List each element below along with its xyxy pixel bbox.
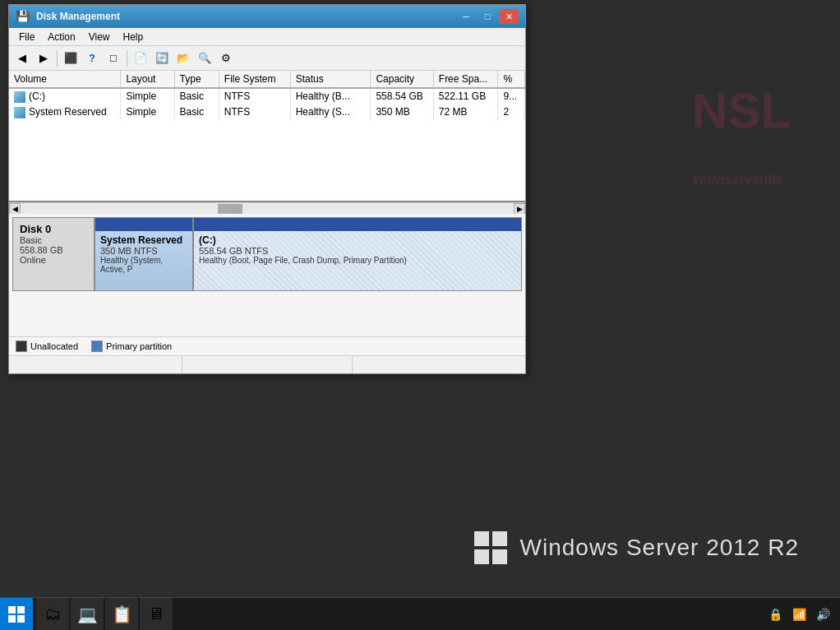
row2-capacity: 350 MB: [371, 104, 433, 120]
legend-unallocated: Unallocated: [16, 340, 78, 352]
windows-logo: [474, 531, 507, 564]
toolbar-up[interactable]: ⬛: [61, 49, 81, 68]
minimize-button[interactable]: ─: [456, 9, 476, 24]
legend: Unallocated Primary partition: [9, 336, 525, 355]
disk-info-0: Disk 0 Basic 558.88 GB Online: [12, 217, 95, 291]
svg-rect-5: [17, 606, 25, 614]
table-row[interactable]: (C:) Simple Basic NTFS Healthy (B... 558…: [9, 88, 525, 104]
svg-rect-2: [474, 549, 489, 564]
taskbar-powershell[interactable]: 📋: [105, 598, 138, 631]
row1-layout: Simple: [121, 88, 174, 104]
tray-icon-1[interactable]: 🔒: [765, 605, 786, 624]
title-bar-buttons: ─ □ ✕: [456, 9, 519, 24]
legend-primary: Primary partition: [91, 340, 172, 352]
disk-partitions-0: System Reserved 350 MB NTFS Healthy (Sys…: [95, 217, 522, 291]
table-row[interactable]: System Reserved Simple Basic NTFS Health…: [9, 104, 525, 120]
toolbar: ◀ ▶ ⬛ ? □ 📄 🔄 📂 🔍 ⚙: [9, 46, 525, 71]
taskbar: 🗂 💻 📋 🖥 🔒 📶 🔊: [0, 597, 840, 630]
row1-filesystem: NTFS: [219, 88, 290, 104]
disk-row-0: Disk 0 Basic 558.88 GB Online System Res…: [12, 217, 522, 291]
legend-unalloc-label: Unallocated: [30, 341, 78, 351]
row2-filesystem: NTFS: [219, 104, 290, 120]
legend-unalloc-box: [16, 340, 27, 352]
volume-table: Volume Layout Type File System Status Ca…: [9, 71, 525, 120]
taskbar-server-manager[interactable]: 🖥: [140, 598, 173, 631]
row2-type: Basic: [174, 104, 219, 120]
status-cell-1: [12, 356, 182, 373]
partition-c-drive[interactable]: (C:) 558.54 GB NTFS Healthy (Boot, Page …: [194, 218, 521, 290]
toolbar-refresh[interactable]: 🔄: [152, 49, 172, 68]
toolbar-new[interactable]: 📄: [131, 49, 150, 68]
title-bar-text: Disk Management: [36, 11, 456, 22]
toolbar-open[interactable]: 📂: [173, 49, 193, 68]
taskbar-items: 🗂 💻 📋 🖥: [33, 598, 759, 631]
windows-branding: Windows Server 2012 R2: [474, 531, 799, 564]
col-capacity[interactable]: Capacity: [371, 71, 433, 88]
volume-list: Volume Layout Type File System Status Ca…: [9, 71, 525, 202]
partition-main-label: (C:): [199, 234, 516, 246]
toolbar-sep-1: [57, 50, 58, 67]
title-bar: 💾 Disk Management ─ □ ✕: [9, 5, 525, 28]
toolbar-back[interactable]: ◀: [12, 49, 32, 68]
disk-status: Online: [20, 255, 87, 265]
menu-bar: File Action View Help: [9, 28, 525, 46]
hscroll-track[interactable]: [21, 203, 514, 214]
tray-icon-2[interactable]: 📶: [789, 605, 810, 624]
main-content: Volume Layout Type File System Status Ca…: [9, 71, 525, 373]
close-button[interactable]: ✕: [499, 9, 519, 24]
start-icon: [8, 606, 25, 623]
partition-system-reserved[interactable]: System Reserved 350 MB NTFS Healthy (Sys…: [95, 218, 194, 290]
toolbar-help[interactable]: ?: [82, 49, 102, 68]
disk-name: Disk 0: [20, 223, 87, 235]
windows-version-text: Windows Server 2012 R2: [520, 535, 799, 561]
menu-action[interactable]: Action: [41, 28, 81, 45]
row1-volume: (C:): [9, 88, 121, 104]
disk-management-window: 💾 Disk Management ─ □ ✕ File Action View…: [8, 4, 526, 374]
col-filesystem[interactable]: File System: [219, 71, 290, 88]
row1-freespace: 522.11 GB: [433, 88, 498, 104]
col-layout[interactable]: Layout: [121, 71, 174, 88]
partition-system-size: 350 MB NTFS: [100, 246, 187, 256]
taskbar-file-explorer[interactable]: 🗂: [36, 598, 69, 631]
svg-rect-4: [8, 606, 16, 614]
table-hscroll[interactable]: ◀ ▶: [9, 202, 525, 214]
toolbar-settings[interactable]: ⚙: [216, 49, 236, 68]
desktop: NSL#newserverlife NSL#newserverlife Wind…: [0, 0, 840, 630]
nsl-watermark-right: NSL#newserverlife: [692, 82, 791, 196]
row1-percent: 9...: [498, 88, 525, 104]
toolbar-search[interactable]: 🔍: [195, 49, 215, 68]
system-tray: 🔒 📶 🔊: [759, 605, 840, 624]
menu-help[interactable]: Help: [117, 28, 150, 45]
disk-type: Basic: [20, 235, 87, 245]
col-type[interactable]: Type: [174, 71, 219, 88]
tray-icon-3[interactable]: 🔊: [813, 605, 833, 624]
row1-type: Basic: [174, 88, 219, 104]
col-percent[interactable]: %: [498, 71, 525, 88]
partition-main-size: 558.54 GB NTFS: [199, 246, 516, 256]
col-freespace[interactable]: Free Spa...: [433, 71, 498, 88]
menu-file[interactable]: File: [12, 28, 41, 45]
svg-rect-6: [8, 615, 16, 623]
toolbar-properties[interactable]: □: [104, 49, 123, 68]
row2-layout: Simple: [121, 104, 174, 120]
col-volume[interactable]: Volume: [9, 71, 121, 88]
hscroll-thumb[interactable]: [218, 204, 242, 214]
hscroll-left[interactable]: ◀: [9, 203, 21, 215]
toolbar-sep-2: [127, 50, 127, 67]
svg-rect-7: [17, 615, 25, 623]
partition-main-status: Healthy (Boot, Page File, Crash Dump, Pr…: [199, 256, 516, 265]
taskbar-computer[interactable]: 💻: [71, 598, 104, 631]
hscroll-right[interactable]: ▶: [514, 203, 525, 215]
status-cell-3: [353, 356, 522, 373]
legend-primary-box: [91, 340, 103, 352]
start-button[interactable]: [0, 598, 33, 631]
maximize-button[interactable]: □: [478, 9, 497, 24]
col-status[interactable]: Status: [290, 71, 371, 88]
disk-size: 558.88 GB: [20, 245, 87, 255]
partition-system-status: Healthy (System, Active, P: [100, 256, 187, 274]
status-cell-2: [182, 356, 353, 373]
row2-freespace: 72 MB: [433, 104, 498, 120]
legend-primary-label: Primary partition: [106, 341, 172, 351]
menu-view[interactable]: View: [82, 28, 117, 45]
toolbar-forward[interactable]: ▶: [34, 49, 53, 68]
